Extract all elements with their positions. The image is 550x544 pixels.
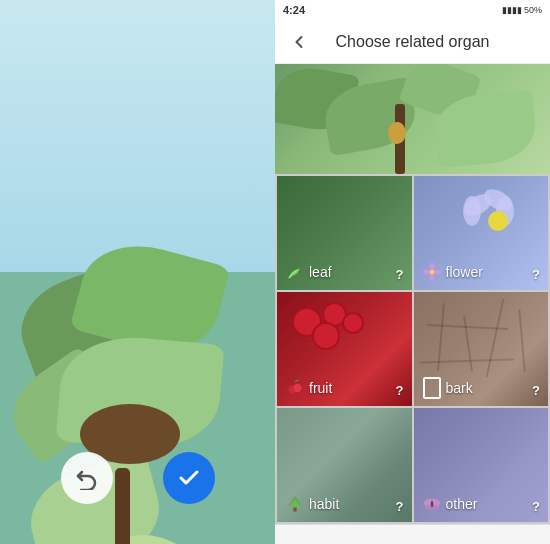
svg-point-4: [434, 270, 441, 275]
back-button[interactable]: [283, 26, 315, 58]
svg-point-2: [429, 275, 434, 282]
svg-point-3: [422, 270, 429, 275]
svg-point-14: [430, 501, 433, 508]
svg-point-0: [429, 270, 434, 275]
flower-svg: [422, 262, 442, 282]
organ-other-cell[interactable]: other ?: [414, 408, 549, 522]
habit-icon: [285, 494, 305, 514]
other-svg: [422, 493, 442, 515]
flower-label-group: flower: [422, 262, 483, 282]
habit-svg: [285, 493, 305, 515]
habit-label-group: habit: [285, 494, 339, 514]
other-question: ?: [532, 499, 540, 514]
organ-fruit-cell[interactable]: fruit ?: [277, 292, 412, 406]
flower-icon: [422, 262, 442, 282]
flower-question: ?: [532, 267, 540, 282]
battery-percent: 50%: [524, 5, 542, 15]
status-bar: 4:24 ▮▮▮▮ 50%: [275, 0, 550, 20]
fruit-name: fruit: [309, 380, 332, 396]
organ-bark-cell[interactable]: bark ?: [414, 292, 549, 406]
habit-name: habit: [309, 496, 339, 512]
plant-thumbnail: [275, 64, 550, 174]
fruit-label-group: fruit: [285, 378, 332, 398]
other-name: other: [446, 496, 478, 512]
organ-leaf-cell[interactable]: leaf ?: [277, 176, 412, 290]
fruit-decoration: [287, 302, 367, 362]
flower-name: flower: [446, 264, 483, 280]
status-icons: ▮▮▮▮ 50%: [502, 5, 542, 15]
top-bulb: [388, 122, 406, 144]
other-icon: [422, 494, 442, 514]
camera-view: [0, 0, 275, 544]
status-time: 4:24: [283, 4, 305, 16]
leaf-name: leaf: [309, 264, 332, 280]
page-header: Choose related organ: [275, 20, 550, 64]
leaf-icon: [285, 262, 305, 282]
camera-controls: [0, 452, 275, 504]
organ-flower-cell[interactable]: flower ?: [414, 176, 549, 290]
leaf-svg: [285, 262, 305, 282]
bottom-nav-bar: [275, 524, 550, 544]
battery-icon: ▮▮▮▮: [502, 5, 522, 15]
leaf-question: ?: [396, 267, 404, 282]
back-arrow-icon: [289, 32, 309, 52]
bark-icon: [422, 378, 442, 398]
leaf-label-group: leaf: [285, 262, 332, 282]
bark-name: bark: [446, 380, 473, 396]
svg-point-1: [429, 263, 434, 270]
undo-icon: [75, 466, 99, 490]
undo-button[interactable]: [61, 452, 113, 504]
bark-question: ?: [532, 383, 540, 398]
habit-question: ?: [396, 499, 404, 514]
organ-selection-panel: 4:24 ▮▮▮▮ 50% Choose related organ: [275, 0, 550, 544]
confirm-button[interactable]: [163, 452, 215, 504]
page-title: Choose related organ: [315, 33, 510, 51]
organ-grid: leaf ?: [275, 174, 550, 524]
fruit-icon: [285, 378, 305, 398]
fruit-question: ?: [396, 383, 404, 398]
svg-point-6: [293, 384, 301, 392]
svg-rect-9: [293, 507, 296, 511]
fruit-svg: [285, 378, 305, 398]
organ-habit-cell[interactable]: habit ?: [277, 408, 412, 522]
bark-rect: [423, 377, 441, 399]
bark-label-group: bark: [422, 378, 473, 398]
flower-decoration: [458, 186, 538, 256]
other-label-group: other: [422, 494, 478, 514]
checkmark-icon: [177, 466, 201, 490]
